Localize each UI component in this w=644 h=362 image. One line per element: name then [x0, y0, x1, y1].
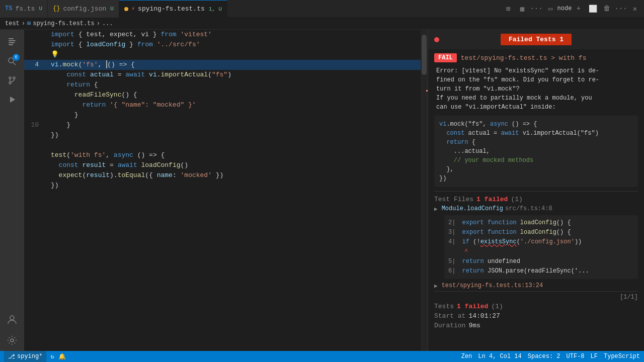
language-text: TypeScript: [604, 353, 640, 360]
zen-label: Zen: [461, 353, 472, 360]
position-text: Ln 4, Col 14: [478, 353, 521, 360]
activity-bar: 6: [0, 30, 24, 351]
module-path: Module.loadConfig: [442, 205, 503, 212]
add-terminal-button[interactable]: +: [574, 4, 584, 14]
breadcrumb-folder-icon: ⊞: [27, 20, 31, 27]
code-line-2: import { loadConfig } from '../src/fs': [24, 40, 421, 50]
test-files-failed: 1 failed: [476, 196, 508, 203]
module-expand-button[interactable]: ▶: [434, 206, 438, 212]
encoding[interactable]: UTF-8: [567, 353, 585, 360]
panel-content: FAIL test/spying-fs.test.ts > with fs Er…: [428, 49, 644, 351]
code-line-10: 10 }: [24, 120, 421, 130]
tests-failed: 1 failed: [457, 303, 488, 310]
more-actions-button[interactable]: ···: [531, 4, 541, 14]
breadcrumb-file[interactable]: spying-fs.test.ts: [33, 20, 94, 27]
svg-point-6: [9, 77, 11, 79]
split-editor-button[interactable]: ⊞: [503, 4, 513, 14]
test-files-label: Test Files: [434, 196, 473, 203]
code-line-13: test('with fs', async () => {: [24, 150, 421, 160]
line-endings-text: LF: [591, 353, 598, 360]
panel-toggle-button[interactable]: ▭: [545, 4, 555, 14]
code-line-5: const actual = await vi.importActual("fs…: [24, 70, 421, 80]
error-indicator: [426, 90, 428, 92]
status-left: ⎇ spying* ↻ 🔔: [4, 351, 66, 362]
breadcrumb: test › ⊞ spying-fs.test.ts › ...: [0, 18, 644, 30]
fail-row: FAIL test/spying-fs.test.ts > with fs: [434, 53, 638, 62]
fail-path: test/spying-fs.test.ts > with fs: [461, 54, 587, 62]
close-panel-button[interactable]: ✕: [630, 4, 640, 14]
test-icon: ⚡: [131, 5, 135, 13]
error-message: Error: [vitest] No "existsSync" export i…: [434, 66, 638, 112]
panel-header: Failed Tests 1: [428, 30, 644, 49]
branch-icon: ⎇: [8, 353, 15, 360]
terminal-kill-button[interactable]: 🗑: [602, 4, 612, 14]
code-line-6: return {: [24, 80, 421, 90]
test-files-count: (1): [511, 196, 522, 203]
svg-point-7: [13, 77, 15, 79]
status-right: Zen Ln 4, Col 14 Spaces: 2 UTF-8 LF Type…: [461, 353, 640, 360]
cursor-position[interactable]: Ln 4, Col 14: [478, 353, 521, 360]
tab-label-fs-ts: fs.ts: [15, 5, 35, 13]
scroll-thumb: [422, 35, 427, 75]
activity-explorer[interactable]: [4, 34, 21, 51]
start-label: Start at: [434, 312, 465, 320]
line-endings[interactable]: LF: [591, 353, 598, 360]
module-ref-row: ▶ Module.loadConfig src/fs.ts:4:8: [434, 205, 638, 212]
failed-tests-panel: Failed Tests 1 FAIL test/spying-fs.test.…: [428, 30, 644, 351]
sync-status[interactable]: ↻: [50, 353, 54, 360]
indentation[interactable]: Spaces: 2: [528, 353, 560, 360]
duration-value: 9ms: [468, 322, 480, 329]
activity-run-tests[interactable]: [4, 91, 21, 108]
branch-info[interactable]: ⎇ spying*: [4, 351, 46, 362]
svg-point-10: [10, 316, 14, 320]
svg-rect-2: [9, 42, 15, 43]
svg-rect-1: [9, 40, 16, 41]
editor-layout-button[interactable]: ▦: [517, 4, 527, 14]
activity-settings[interactable]: [4, 332, 21, 349]
breadcrumb-more[interactable]: ...: [102, 20, 113, 27]
divider: [434, 191, 638, 192]
tab-fs-ts[interactable]: TS fs.ts U: [0, 0, 48, 18]
bell-button[interactable]: 🔔: [58, 353, 66, 360]
duration-label: Duration: [434, 322, 465, 329]
tab-bar-actions: ⊞ ▦ ··· ▭ node + ⬜ 🗑 ··· ✕: [503, 4, 644, 14]
code-ref: 2| export function loadConfig() { 3| exp…: [444, 215, 638, 279]
search-badge: 6: [13, 54, 20, 61]
status-bar: ⎇ spying* ↻ 🔔 Zen Ln 4, Col 14 Spaces: 2…: [0, 351, 644, 362]
language-mode[interactable]: TypeScript: [604, 353, 640, 360]
activity-user[interactable]: [4, 311, 21, 328]
svg-rect-3: [9, 44, 13, 45]
tests-row: Tests 1 failed (1): [434, 303, 638, 310]
spaces-text: Spaces: 2: [528, 353, 560, 360]
zen-mode-button[interactable]: Zen: [461, 353, 472, 360]
json-icon: {}: [53, 5, 60, 12]
code-line-4: 4 vi.mock('fs', () => {: [24, 60, 421, 70]
pagination: [1/1]: [434, 291, 638, 301]
pagination-text: [1/1]: [620, 294, 638, 301]
bell-icon: 🔔: [58, 353, 66, 360]
code-line-bulb: 💡: [24, 50, 421, 60]
ts-icon: TS: [5, 5, 12, 12]
activity-search[interactable]: 6: [4, 53, 21, 70]
tab-config-json[interactable]: {} config.json U: [48, 0, 119, 18]
code-line-blank: [24, 140, 421, 150]
svg-rect-0: [9, 38, 14, 39]
test-files-row: Test Files 1 failed (1): [434, 196, 638, 203]
code-line-15: expect(result).toEqual({ name: 'mocked' …: [24, 170, 421, 180]
node-label[interactable]: node: [559, 4, 570, 14]
scrollbar[interactable]: [421, 30, 428, 351]
tab-spying-fs-test[interactable]: ⚡ spying-fs.test.ts 1, U: [119, 0, 227, 18]
more-terminal-button[interactable]: ···: [616, 4, 626, 14]
activity-source-control[interactable]: [4, 72, 21, 89]
tests-label: Tests: [434, 303, 454, 310]
encoding-text: UTF-8: [567, 353, 585, 360]
breadcrumb-test[interactable]: test: [5, 20, 20, 27]
code-editor[interactable]: import { test, expect, vi } from 'vitest…: [24, 30, 428, 351]
start-at-row: Start at 14:01:27: [434, 312, 638, 320]
fail-badge: FAIL: [434, 53, 457, 62]
svg-marker-9: [10, 97, 15, 103]
test-expand-button[interactable]: ▶: [434, 283, 438, 289]
terminal-split-button[interactable]: ⬜: [588, 4, 598, 14]
code-line-11: }): [24, 130, 421, 140]
code-line-7: readFileSync() {: [24, 90, 421, 100]
